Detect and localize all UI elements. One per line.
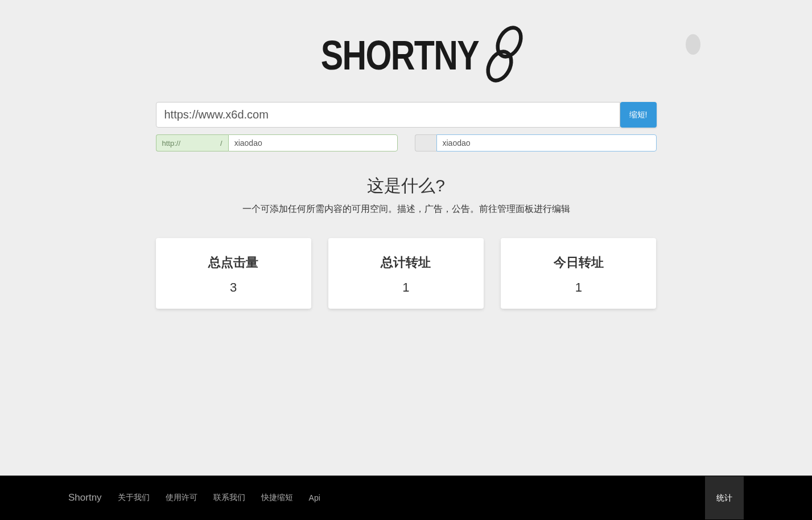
logo: SHORTNY: [156, 23, 657, 88]
whatis-section: 这是什么? 一个可添加任何所需内容的可用空间。描述，广告，公告。前往管理面板进行…: [156, 174, 657, 215]
stat-title: 总点击量: [162, 254, 306, 271]
whatis-title: 这是什么?: [156, 174, 657, 198]
footer-link-license[interactable]: 使用许可: [166, 493, 197, 503]
shorten-button[interactable]: 缩短!: [620, 102, 657, 128]
custom-alias-group: http:// /: [156, 134, 398, 152]
stat-value: 3: [162, 280, 306, 295]
stat-value: 1: [506, 280, 650, 295]
footer-link-about[interactable]: 关于我们: [118, 493, 150, 503]
footer-link-contact[interactable]: 联系我们: [213, 493, 245, 503]
stat-title: 今日转址: [506, 254, 650, 271]
secondary-alias-prefix: [415, 134, 436, 152]
stat-title: 总计转址: [334, 254, 478, 271]
secondary-alias-group: [415, 134, 657, 152]
secondary-alias-input[interactable]: [436, 134, 657, 152]
stat-card-total-clicks: 总点击量 3: [156, 238, 311, 309]
custom-alias-input[interactable]: [228, 134, 398, 152]
stat-card-total-redirects: 总计转址 1: [328, 238, 484, 309]
whatis-description: 一个可添加任何所需内容的可用空间。描述，广告，公告。前往管理面板进行编辑: [156, 203, 657, 215]
chain-link-icon: [483, 23, 526, 88]
stat-card-today-redirects: 今日转址 1: [501, 238, 656, 309]
alias-prefix: http:// /: [156, 134, 228, 152]
avatar[interactable]: [686, 34, 700, 55]
url-input[interactable]: [156, 102, 620, 128]
stat-value: 1: [334, 280, 478, 295]
footer-stats-button[interactable]: 统计: [705, 476, 744, 519]
footer-link-api[interactable]: Api: [309, 493, 320, 502]
footer-link-quick-shorten[interactable]: 快捷缩短: [261, 493, 293, 503]
footer: Shortny 关于我们 使用许可 联系我们 快捷缩短 Api 统计: [0, 476, 812, 520]
footer-brand[interactable]: Shortny: [68, 492, 102, 503]
logo-text: SHORTNY: [321, 32, 479, 79]
